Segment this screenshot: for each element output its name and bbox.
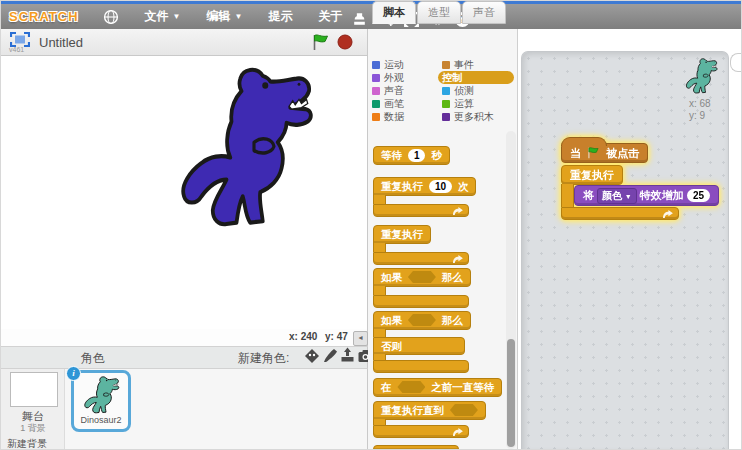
collapse-stage-button[interactable]: ◂ — [353, 331, 368, 346]
category-control[interactable]: 控制 — [438, 71, 514, 84]
palette-block-ifelse[interactable]: 如果 那么 — [373, 311, 471, 330]
palette-block-repeat[interactable]: 重复执行 10 次 — [373, 177, 476, 196]
sprite-x-readout: x: 68 — [689, 98, 711, 109]
backpack-tab[interactable] — [730, 53, 742, 72]
tab-costumes[interactable]: 造型 — [417, 1, 461, 24]
dropdown-caret-icon: ▼ — [625, 193, 632, 200]
menu-tips[interactable]: 提示 — [268, 8, 292, 25]
block-text: 重复执行 — [381, 180, 423, 192]
category-label: 数据 — [384, 110, 404, 124]
category-more-blocks[interactable]: 更多积木 — [442, 110, 514, 123]
block-text: 将 — [583, 189, 594, 201]
palette-block-partial[interactable] — [373, 445, 459, 450]
project-title[interactable]: Untitled — [39, 35, 83, 50]
script-block-forever-spine[interactable] — [561, 184, 574, 207]
repeat-count-input[interactable]: 10 — [429, 180, 452, 193]
language-globe-icon[interactable] — [103, 9, 119, 25]
tab-costumes-label: 造型 — [428, 6, 450, 18]
stage-sprite-dinosaur[interactable] — [169, 62, 319, 242]
upload-sprite-icon[interactable] — [339, 347, 356, 363]
paint-new-sprite-icon[interactable] — [323, 347, 339, 363]
menu-edit-arrow-icon: ▼ — [235, 12, 243, 21]
palette-block-if[interactable]: 如果 那么 — [373, 268, 471, 287]
category-events[interactable]: 事件 — [442, 58, 514, 71]
effect-amount-input[interactable]: 25 — [687, 189, 710, 202]
script-block-forever[interactable]: 重复执行 — [561, 165, 623, 185]
scratch-logo: SCRATCH — [9, 9, 79, 24]
palette-block-repeat-until-arm[interactable] — [373, 425, 469, 438]
palette-block-ifelse-arm[interactable] — [373, 360, 469, 373]
loop-arrow-icon — [451, 428, 464, 437]
palette-block-repeat-arm[interactable] — [373, 204, 469, 217]
stage-canvas[interactable] — [1, 56, 368, 329]
category-motion[interactable]: 运动 — [372, 58, 442, 71]
tab-sounds[interactable]: 声音 — [462, 1, 506, 24]
wait-secs-input[interactable]: 1 — [408, 149, 426, 162]
palette-block-ifelse-spine[interactable] — [373, 329, 386, 337]
category-data[interactable]: 数据 — [372, 110, 442, 123]
condition-slot[interactable] — [397, 381, 425, 393]
menu-file[interactable]: 文件 ▼ — [145, 8, 181, 25]
menu-edit[interactable]: 编辑 ▼ — [207, 8, 243, 25]
script-block-change-color-effect[interactable]: 将 颜色 ▼ 特效增加 25 — [574, 185, 719, 206]
sprite-name-label: Dinosaur2 — [71, 415, 131, 425]
script-block-forever-arm[interactable] — [561, 207, 679, 220]
looks-color-chip — [372, 74, 380, 82]
palette-block-if-arm[interactable] — [373, 295, 469, 308]
stop-button[interactable] — [337, 34, 353, 50]
block-text: 那么 — [442, 314, 463, 326]
block-text: 如果 — [381, 314, 402, 326]
palette-block-wait[interactable]: 等待 1 秒 — [373, 146, 450, 165]
palette-block-repeat-until[interactable]: 重复执行直到 — [373, 401, 486, 420]
category-label: 画笔 — [384, 97, 404, 111]
category-label: 运动 — [384, 58, 404, 72]
new-sprite-label: 新建角色: — [238, 350, 289, 367]
duplicate-stamp-icon[interactable] — [351, 11, 368, 28]
palette-block-forever[interactable]: 重复执行 — [373, 225, 431, 244]
category-label: 外观 — [384, 71, 404, 85]
category-pen[interactable]: 画笔 — [372, 97, 442, 110]
menu-file-arrow-icon: ▼ — [173, 12, 181, 21]
palette-block-if-spine[interactable] — [373, 286, 386, 295]
new-sprite-from-library-icon[interactable] — [304, 348, 320, 364]
palette-block-repeat-spine[interactable] — [373, 195, 386, 204]
stage-thumbnail[interactable] — [10, 372, 58, 407]
menu-about-label: 关于 — [318, 8, 342, 25]
new-backdrop-label[interactable]: 新建背景 — [7, 437, 47, 450]
category-label: 事件 — [454, 58, 474, 72]
block-text: 被点击 — [606, 147, 639, 159]
palette-block-forever-arm[interactable] — [373, 252, 469, 265]
palette-block-forever-spine[interactable] — [373, 243, 386, 252]
script-block-when-flag-clicked[interactable]: 当 被点击 — [561, 143, 648, 163]
block-text: 那么 — [442, 271, 463, 283]
category-operators[interactable]: 运算 — [442, 97, 514, 110]
palette-block-wait-until[interactable]: 在 之前一直等待 — [373, 378, 502, 397]
condition-slot[interactable] — [408, 271, 436, 283]
block-text: 如果 — [381, 271, 402, 283]
category-sensing[interactable]: 侦测 — [442, 84, 514, 97]
green-flag-button[interactable] — [312, 34, 330, 51]
condition-slot[interactable] — [450, 404, 478, 416]
operators-color-chip — [442, 100, 450, 108]
condition-slot[interactable] — [408, 314, 436, 326]
sprite-info-icon[interactable]: i — [66, 366, 81, 381]
block-text: 当 — [570, 147, 581, 159]
effect-dropdown[interactable]: 颜色 ▼ — [597, 188, 637, 204]
tab-scripts[interactable]: 脚本 — [372, 1, 416, 24]
palette-scrollbar-thumb[interactable] — [507, 339, 515, 447]
sound-color-chip — [372, 87, 380, 95]
category-looks[interactable]: 外观 — [372, 71, 442, 84]
category-label: 侦测 — [454, 84, 474, 98]
block-text: 在 — [381, 381, 392, 393]
menu-file-label: 文件 — [145, 8, 169, 25]
category-sound[interactable]: 声音 — [372, 84, 442, 97]
fullscreen-icon[interactable] — [10, 32, 30, 47]
info-glyph: i — [72, 368, 75, 378]
menu-about[interactable]: 关于 — [318, 8, 342, 25]
block-text: 等待 — [381, 149, 402, 161]
sprites-pane-title: 角色 — [81, 350, 105, 367]
sprite-thumb-image — [81, 375, 121, 417]
palette-block-ifelse-else[interactable]: 否则 — [373, 337, 465, 355]
pen-color-chip — [372, 100, 380, 108]
block-text: 否则 — [381, 340, 402, 352]
